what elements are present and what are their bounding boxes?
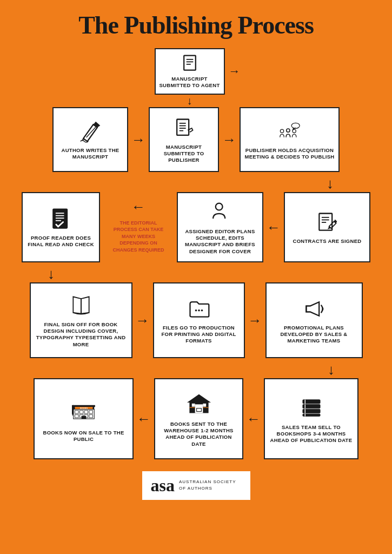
box-manuscript-agent: MANUSCRIPT SUBMITTED TO AGENT — [155, 48, 225, 95]
label-contracts-signed: CONTRACTS ARE SIGNED — [293, 238, 361, 245]
svg-rect-29 — [72, 405, 95, 407]
label-books-on-sale: BOOKS NOW ON SALE TO THE PUBLIC — [38, 430, 129, 443]
label-files-production: FILES GO TO PRODUCTION FOR PRINTING AND … — [157, 325, 241, 345]
footer-org-name: AUSTRALIAN SOCIETY OF AUTHORS — [179, 479, 242, 492]
svg-point-19 — [216, 203, 223, 210]
box-files-production: FILES GO TO PRODUCTION FOR PRINTING AND … — [153, 282, 245, 358]
svg-rect-51 — [196, 408, 201, 411]
arrow-2-3: → — [222, 133, 236, 147]
footer-asa-logo: asa — [151, 476, 175, 496]
arrow-sales-warehouse: ← — [247, 412, 261, 426]
row1-section: MANUSCRIPT SUBMITTED TO AGENT → ↓ — [10, 48, 382, 175]
svg-rect-42 — [72, 405, 74, 414]
editorial-note-area: ← THE EDITORIAL PROCESS CAN TAKE MANY WE… — [103, 199, 174, 256]
row3: FINAL SIGN OFF FOR BOOK DESIGN INCLUDING… — [10, 282, 382, 358]
svg-rect-48 — [203, 403, 206, 406]
box-proofreader: PROOF READER DOES FINAL READ AND CHECK — [22, 192, 100, 262]
svg-rect-0 — [184, 56, 196, 70]
row3-section: FINAL SIGN OFF FOR BOOK DESIGN INCLUDING… — [10, 282, 382, 361]
arrow-editor-proof: ← — [131, 199, 145, 215]
row1: AUTHOR WRITES THE MANUSCRIPT → MANUSCRIP… — [10, 107, 382, 172]
box-promotional-plans: PROMOTIONAL PLANS DEVELOPED BY SALES & M… — [265, 282, 363, 358]
label-promotional-plans: PROMOTIONAL PLANS DEVELOPED BY SALES & M… — [270, 325, 358, 345]
arrow-files-promo: → — [248, 313, 262, 327]
arrow-signoff-files: → — [136, 313, 150, 327]
svg-point-25 — [198, 309, 200, 312]
box-final-signoff: FINAL SIGN OFF FOR BOOK DESIGN INCLUDING… — [30, 282, 132, 358]
arrow-contracts-editor: ← — [267, 220, 281, 234]
svg-point-13 — [293, 129, 296, 133]
arrow-down-proofreader: ↓ — [10, 266, 382, 282]
label-manuscript-publisher: MANUSCRIPT SUBMITTED TO PUBLISHER — [153, 144, 215, 164]
label-proofreader: PROOF READER DOES FINAL READ AND CHECK — [26, 235, 96, 248]
box-books-warehouse: BOOKS SENT TO THE WAREHOUSE 1-2 MONTHS A… — [154, 378, 243, 459]
row2: PROOF READER DOES FINAL READ AND CHECK ←… — [10, 192, 382, 262]
page-title: The Publishing Process — [78, 11, 314, 39]
box-sales-team: SALES TEAM SELL TO BOOKSHOPS 3-4 MONTHS … — [264, 378, 358, 459]
svg-rect-47 — [191, 403, 195, 406]
svg-rect-5 — [177, 119, 189, 135]
svg-rect-41 — [81, 416, 86, 419]
box-contracts-signed: CONTRACTS ARE SIGNED — [284, 192, 370, 262]
arrow-warehouse-booksale: ← — [137, 412, 151, 426]
label-books-warehouse: BOOKS SENT TO THE WAREHOUSE 1-2 MONTHS A… — [158, 421, 239, 447]
box-books-on-sale: BOOKS — [34, 378, 134, 459]
editorial-note: THE EDITORIAL PROCESS CAN TAKE MANY WEEK… — [106, 217, 171, 256]
row4-section: BOOKS — [10, 378, 382, 463]
label-assigned-editor: ASSIGNED EDITOR PLANS SCHEDULE, EDITS MA… — [181, 228, 259, 255]
svg-point-12 — [286, 129, 289, 132]
arrow-1-2: → — [131, 133, 145, 147]
svg-point-26 — [201, 309, 203, 312]
svg-point-24 — [195, 309, 197, 312]
box-manuscript-publisher: MANUSCRIPT SUBMITTED TO PUBLISHER — [149, 107, 219, 172]
box-assigned-editor: ASSIGNED EDITOR PLANS SCHEDULE, EDITS MA… — [177, 192, 263, 262]
row2-section: PROOF READER DOES FINAL READ AND CHECK ←… — [10, 192, 382, 266]
arrow-down-promo: ↓ — [10, 361, 382, 378]
arrow-down-to-contracts: ↓ — [10, 175, 382, 192]
svg-marker-44 — [188, 394, 209, 401]
box-author-writes: AUTHOR WRITES THE MANUSCRIPT — [52, 107, 128, 172]
label-sales-team: SALES TEAM SELL TO BOOKSHOPS 3-4 MONTHS … — [268, 424, 354, 444]
label-author-writes: AUTHOR WRITES THE MANUSCRIPT — [57, 147, 124, 161]
svg-point-10 — [291, 123, 300, 128]
label-final-signoff: FINAL SIGN OFF FOR BOOK DESIGN INCLUDING… — [34, 321, 128, 348]
label-manuscript-agent: MANUSCRIPT SUBMITTED TO AGENT — [159, 76, 221, 89]
row4: BOOKS — [10, 378, 382, 459]
footer: asa AUSTRALIAN SOCIETY OF AUTHORS — [142, 471, 250, 500]
label-publisher-acquisition: PUBLISHER HOLDS ACQUISITION MEETING & DE… — [244, 147, 335, 161]
svg-point-11 — [280, 129, 283, 133]
box-publisher-acquisition: PUBLISHER HOLDS ACQUISITION MEETING & DE… — [240, 107, 340, 172]
